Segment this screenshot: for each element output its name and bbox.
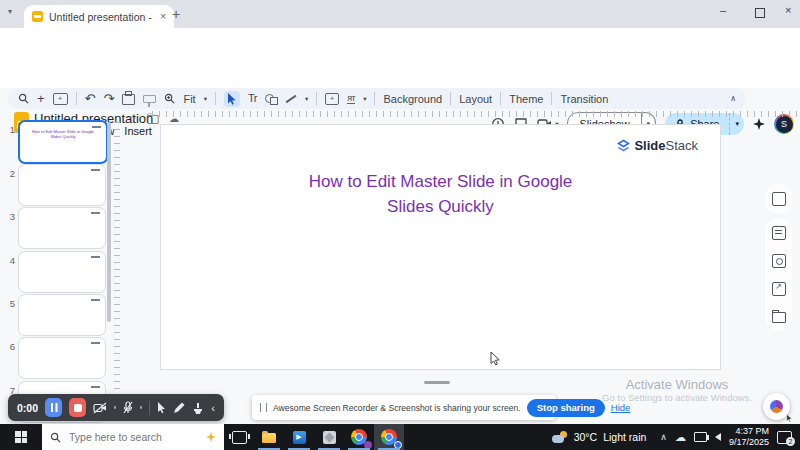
shapes-icon[interactable] xyxy=(265,94,277,104)
toolbar-collapse-icon[interactable]: ∧ xyxy=(730,94,736,103)
mouse-cursor xyxy=(490,352,501,366)
pen-tool-icon[interactable] xyxy=(173,402,185,414)
pause-recording-button[interactable] xyxy=(45,398,62,417)
task-view-button[interactable] xyxy=(224,424,254,450)
recorder-bubble-icon xyxy=(770,400,783,413)
taskbar-clock[interactable]: 4:37 PM 9/17/2025 xyxy=(729,426,769,448)
new-slide-icon[interactable]: + xyxy=(53,93,68,105)
contacts-icon[interactable] xyxy=(772,226,786,240)
settings-icon[interactable] xyxy=(772,254,786,268)
weather-temp: 30°C xyxy=(574,431,597,443)
divider xyxy=(316,92,317,105)
slides-header: Untitled presentation ☆ ☁ File Edit View… xyxy=(0,54,800,88)
folder-icon[interactable] xyxy=(772,312,786,323)
start-button[interactable] xyxy=(0,424,42,450)
filmstrip-scrollbar[interactable] xyxy=(107,122,111,322)
volume-icon[interactable] xyxy=(715,433,721,441)
sharing-pause-icon[interactable] xyxy=(260,403,267,412)
calendar-icon[interactable] xyxy=(772,192,786,206)
transition-button[interactable]: Transition xyxy=(560,93,608,105)
window-close-button[interactable]: × xyxy=(785,4,791,16)
recorder-toolbar: 0:00 ‹ xyxy=(8,394,224,421)
export-icon[interactable] xyxy=(772,282,786,296)
search-menus-icon[interactable] xyxy=(18,93,29,104)
mouse-cursor-small xyxy=(786,414,793,423)
fit-caret-icon[interactable]: ▾ xyxy=(204,95,207,103)
slide-number: 3 xyxy=(5,211,15,222)
search-input[interactable] xyxy=(67,430,176,444)
movies-tv-button[interactable]: ▶ xyxy=(284,424,314,450)
gemini-sparkle-icon[interactable] xyxy=(753,118,765,130)
divider xyxy=(450,92,451,105)
stop-sharing-button[interactable]: Stop sharing xyxy=(527,399,605,417)
chrome-active-button[interactable] xyxy=(374,424,404,450)
slide-canvas[interactable]: SlideStack How to Edit Master Slide in G… xyxy=(160,124,721,370)
slide-title-text[interactable]: How to Edit Master Slide in Google Slide… xyxy=(161,169,720,219)
zoom-fit-select[interactable]: Fit xyxy=(183,93,195,105)
select-tool-icon[interactable] xyxy=(224,91,240,107)
mic-off-icon[interactable] xyxy=(123,401,133,414)
quick-add-icon[interactable]: + xyxy=(37,92,45,105)
print-icon[interactable] xyxy=(122,94,135,105)
insert-image-icon[interactable]: + xyxy=(325,93,339,105)
collapse-recorder-icon[interactable]: ‹ xyxy=(211,402,215,414)
tab-close-icon[interactable]: × xyxy=(160,11,166,22)
slide-thumbnail-3[interactable] xyxy=(18,207,106,249)
insert-placeholder-icon[interactable]: ят xyxy=(347,94,355,104)
star-document-icon[interactable]: ☆ xyxy=(128,113,137,124)
browser-tab-strip: ▾ Untitled presentation - Google × + – × xyxy=(0,0,800,28)
theme-button[interactable]: Theme xyxy=(509,93,543,105)
slide-thumbnail-2[interactable] xyxy=(18,164,106,206)
system-tray: ∧ ☁ 4:37 PM 9/17/2025 2 xyxy=(652,424,800,450)
chrome-button[interactable] xyxy=(344,424,374,450)
hide-link[interactable]: Hide xyxy=(611,402,631,413)
brush-tool-icon[interactable] xyxy=(192,402,204,414)
recording-time: 0:00 xyxy=(17,402,38,414)
slide-number: 4 xyxy=(5,255,15,266)
photos-app-icon xyxy=(323,431,336,444)
photos-app-button[interactable] xyxy=(314,424,344,450)
slide-thumbnail-5[interactable] xyxy=(18,294,106,336)
vertical-ruler xyxy=(114,122,120,390)
taskbar-weather[interactable]: 30°C Light rain xyxy=(546,424,653,450)
slide-number: 5 xyxy=(5,298,15,309)
line-caret-icon[interactable]: ▾ xyxy=(305,95,308,103)
window-minimize-button[interactable]: – xyxy=(720,4,726,16)
thumb-logo-mark xyxy=(91,342,100,344)
tab-search-caret-icon[interactable]: ▾ xyxy=(8,7,12,16)
taskbar-search[interactable] xyxy=(42,424,224,450)
divider xyxy=(76,92,77,105)
paint-format-icon xyxy=(143,95,156,103)
slide-thumbnail-1[interactable]: How to Edit Master Slide in GoogleSlides… xyxy=(18,120,108,164)
redo-icon[interactable]: ↷ xyxy=(104,92,115,105)
notification-count-badge: 2 xyxy=(786,437,795,446)
divider xyxy=(551,92,552,105)
undo-icon[interactable]: ↶ xyxy=(85,92,96,105)
speaker-notes-handle[interactable] xyxy=(424,381,450,384)
browser-tab[interactable]: Untitled presentation - Google × xyxy=(24,5,174,28)
layout-button[interactable]: Layout xyxy=(459,93,492,105)
stop-recording-button[interactable] xyxy=(69,398,86,417)
onedrive-cloud-icon[interactable]: ☁ xyxy=(675,431,686,444)
slide-thumbnail-4[interactable] xyxy=(18,251,106,293)
placeholder-caret-icon[interactable]: ▾ xyxy=(363,95,366,103)
divider xyxy=(374,92,375,105)
mic-options-dot[interactable] xyxy=(140,406,142,409)
account-avatar[interactable]: S xyxy=(774,114,794,134)
slide-thumbnail-6[interactable] xyxy=(18,337,106,379)
taskbar: ▶ 30°C Light rain ∧ ☁ 4:37 PM 9/17/2025 … xyxy=(0,424,800,450)
file-explorer-button[interactable] xyxy=(254,424,284,450)
text-box-icon[interactable]: Tr xyxy=(248,93,257,104)
tray-expand-icon[interactable]: ∧ xyxy=(660,432,667,442)
camera-options-dot[interactable] xyxy=(114,406,116,409)
window-maximize-button[interactable] xyxy=(755,8,765,18)
camera-off-icon[interactable] xyxy=(93,402,107,414)
menu-insert[interactable]: Insert xyxy=(124,125,152,137)
line-tool-icon[interactable] xyxy=(285,94,296,103)
cursor-tool-icon[interactable] xyxy=(157,402,166,414)
weather-icon xyxy=(552,432,568,443)
action-center-icon[interactable]: 2 xyxy=(777,431,792,444)
zoom-icon[interactable] xyxy=(164,93,175,104)
background-button[interactable]: Background xyxy=(383,93,442,105)
new-tab-button[interactable]: + xyxy=(172,6,180,22)
